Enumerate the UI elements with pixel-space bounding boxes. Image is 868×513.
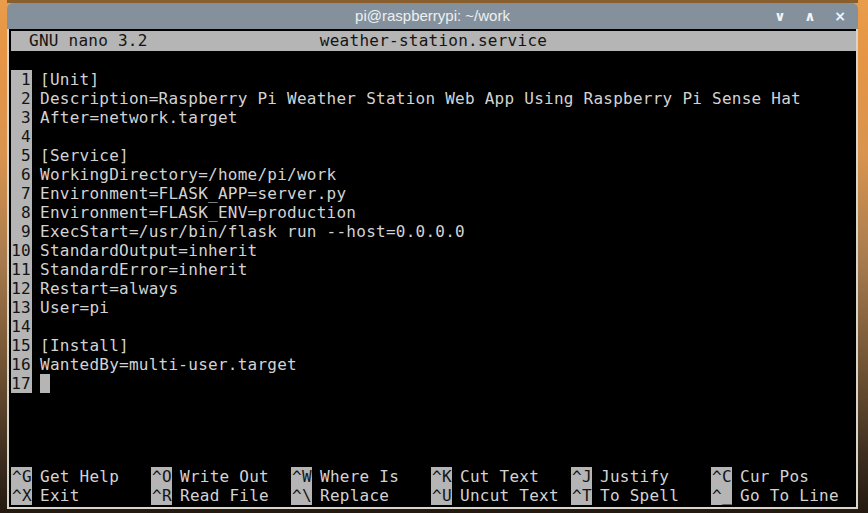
shortcut-label: Write Out: [180, 467, 269, 486]
nano-version: GNU nano 3.2: [29, 31, 148, 50]
editor-line: 1[Unit]: [11, 70, 856, 89]
line-text: After=network.target: [40, 108, 238, 127]
desktop-wallpaper: { "titlebar": { "title": "pi@raspberrypi…: [0, 0, 868, 513]
shortcut-key: ^\: [291, 486, 312, 505]
shortcut-label: Exit: [40, 486, 80, 505]
editor-line: 7Environment=FLASK_APP=server.py: [11, 184, 856, 203]
close-icon[interactable]: ×: [832, 9, 848, 23]
line-text: StandardError=inherit: [40, 260, 248, 279]
shortcut-item: ^RRead File: [151, 486, 291, 505]
editor-line: 8Environment=FLASK_ENV=production: [11, 203, 856, 222]
window-controls: ∨ ∧ ×: [772, 3, 848, 29]
editor-line: 2Description=Raspberry Pi Weather Statio…: [11, 89, 856, 108]
line-number: 8: [11, 203, 32, 222]
shortcut-key: ^G: [11, 467, 32, 486]
line-number: 4: [11, 127, 32, 146]
line-number: 7: [11, 184, 32, 203]
line-number: 15: [11, 336, 32, 355]
shortcut-key: ^T: [571, 486, 592, 505]
line-number: 10: [11, 241, 32, 260]
line-text: Environment=FLASK_APP=server.py: [40, 184, 346, 203]
shortcut-key: ^J: [571, 467, 592, 486]
line-text: [Service]: [40, 146, 129, 165]
line-number: 3: [11, 108, 32, 127]
editor-line: 6WorkingDirectory=/home/pi/work: [11, 165, 856, 184]
shortcut-key: ^K: [431, 467, 452, 486]
line-number: 14: [11, 317, 32, 336]
shortcut-label: Cur Pos: [740, 467, 809, 486]
shortcut-item: ^GGet Help: [11, 467, 151, 486]
shortcut-label: To Spell: [600, 486, 679, 505]
shortcut-label: Go To Line: [740, 486, 839, 505]
terminal-window: pi@raspberrypi: ~/work ∨ ∧ × GNU nano 3.…: [7, 3, 858, 509]
shortcut-item: ^_Go To Line: [711, 486, 851, 505]
maximize-icon[interactable]: ∧: [802, 9, 818, 23]
shortcut-label: Cut Text: [460, 467, 539, 486]
shortcut-label: Where Is: [320, 467, 399, 486]
shortcut-label: Uncut Text: [460, 486, 559, 505]
shortcut-item: ^CCur Pos: [711, 467, 851, 486]
shortcut-key: ^_: [711, 486, 732, 505]
shortcut-item: ^WWhere Is: [291, 467, 431, 486]
shortcut-label: Get Help: [40, 467, 119, 486]
line-text: Environment=FLASK_ENV=production: [40, 203, 356, 222]
editor-line: 13User=pi: [11, 298, 856, 317]
shortcut-key: ^W: [291, 467, 312, 486]
window-titlebar[interactable]: pi@raspberrypi: ~/work ∨ ∧ ×: [7, 3, 858, 29]
editor-line: 4: [11, 127, 856, 146]
shortcut-key: ^U: [431, 486, 452, 505]
line-text: User=pi: [40, 298, 109, 317]
line-text: WorkingDirectory=/home/pi/work: [40, 165, 336, 184]
shortcut-item: ^KCut Text: [431, 467, 571, 486]
editor-line: 16WantedBy=multi-user.target: [11, 355, 856, 374]
line-text: Restart=always: [40, 279, 178, 298]
nano-header-bar: GNU nano 3.2 weather-station.service: [11, 31, 856, 51]
editor-line: 17: [11, 374, 856, 393]
minimize-icon[interactable]: ∨: [772, 9, 788, 23]
window-title: pi@raspberrypi: ~/work: [7, 7, 858, 24]
shortcut-label: Replace: [320, 486, 389, 505]
line-number: 16: [11, 355, 32, 374]
line-text: ExecStart=/usr/bin/flask run --host=0.0.…: [40, 222, 465, 241]
shortcut-row: ^XExit^RRead File^\Replace^UUncut Text^T…: [11, 486, 856, 505]
editor-area[interactable]: 1[Unit]2Description=Raspberry Pi Weather…: [11, 51, 856, 467]
editor-line: 12Restart=always: [11, 279, 856, 298]
line-number: 9: [11, 222, 32, 241]
shortcut-label: Read File: [180, 486, 269, 505]
shortcut-item: ^\Replace: [291, 486, 431, 505]
shortcut-item: ^XExit: [11, 486, 151, 505]
shortcut-item: ^TTo Spell: [571, 486, 711, 505]
line-number: 6: [11, 165, 32, 184]
line-text: WantedBy=multi-user.target: [40, 355, 297, 374]
editor-line: 3After=network.target: [11, 108, 856, 127]
line-text: StandardOutput=inherit: [40, 241, 257, 260]
editor-line: 15[Install]: [11, 336, 856, 355]
nano-filename: weather-station.service: [320, 31, 547, 50]
text-cursor: [40, 374, 50, 393]
shortcut-key: ^R: [151, 486, 172, 505]
shortcut-item: ^JJustify: [571, 467, 711, 486]
line-number: 11: [11, 260, 32, 279]
shortcut-row: ^GGet Help^OWrite Out^WWhere Is^KCut Tex…: [11, 467, 856, 486]
line-number: 17: [11, 374, 32, 393]
editor-line: 11StandardError=inherit: [11, 260, 856, 279]
editor-line: 10StandardOutput=inherit: [11, 241, 856, 260]
shortcut-label: Justify: [600, 467, 669, 486]
shortcut-item: ^UUncut Text: [431, 486, 571, 505]
editor-line: 5[Service]: [11, 146, 856, 165]
shortcut-key: ^C: [711, 467, 732, 486]
shortcut-key: ^X: [11, 486, 32, 505]
line-number: 5: [11, 146, 32, 165]
shortcut-item: ^OWrite Out: [151, 467, 291, 486]
line-text: Description=Raspberry Pi Weather Station…: [40, 89, 801, 108]
line-text: [Install]: [40, 336, 129, 355]
shortcut-bar: ^GGet Help^OWrite Out^WWhere Is^KCut Tex…: [11, 467, 856, 505]
editor-line: 14: [11, 317, 856, 336]
editor-line: 9ExecStart=/usr/bin/flask run --host=0.0…: [11, 222, 856, 241]
shortcut-key: ^O: [151, 467, 172, 486]
line-number: 13: [11, 298, 32, 317]
line-number: 12: [11, 279, 32, 298]
terminal-screen[interactable]: GNU nano 3.2 weather-station.service 1[U…: [7, 29, 858, 509]
